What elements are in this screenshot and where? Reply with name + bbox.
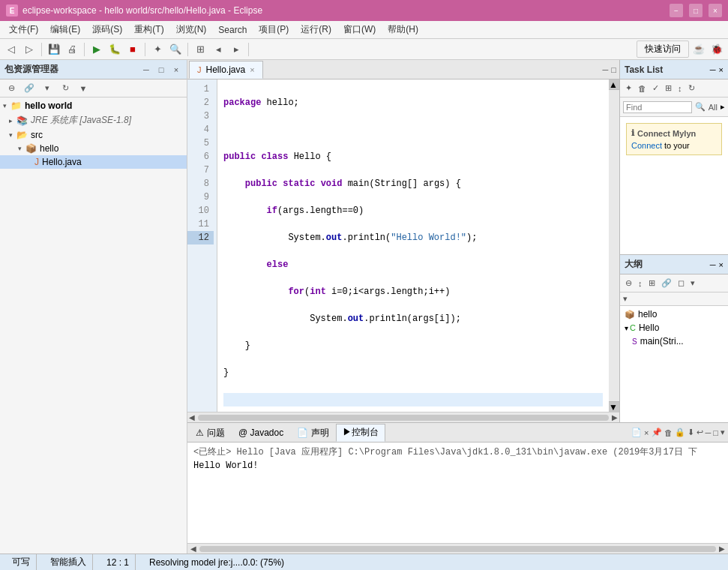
bottom-tab-problems-label: 问题	[207, 427, 225, 440]
outline-filter-icon[interactable]: ⊞	[646, 278, 658, 289]
task-filter-icon[interactable]: ⊞	[663, 82, 674, 94]
outline-item-Hello-class[interactable]: ▾ C Hello	[622, 321, 727, 334]
code-line-4: public static void main(String[] args) {	[223, 177, 603, 190]
console-scroll-end-icon[interactable]: ⬇	[688, 428, 694, 437]
tree-item-jre[interactable]: ▸ 📚 JRE 系统库 [JavaSE-1.8]	[0, 112, 187, 128]
tree-item-hello-world[interactable]: ▾ 📁 hello world	[0, 99, 187, 112]
quick-access-button[interactable]: 快速访问	[637, 40, 689, 58]
maximize-button[interactable]: □	[689, 4, 703, 17]
minimize-button[interactable]: −	[670, 4, 683, 17]
console-hscroll-right-icon[interactable]: ▶	[719, 544, 725, 553]
hscroll-track[interactable]	[198, 415, 609, 421]
sidebar-close-icon[interactable]: ×	[170, 64, 182, 76]
outline-collapse-icon[interactable]: ⊖	[623, 278, 634, 289]
tb-search-button[interactable]: 🔍	[167, 41, 184, 58]
close-button[interactable]: ×	[709, 4, 722, 17]
tree-item-hello-java[interactable]: J Hello.java	[0, 155, 187, 169]
find-input[interactable]	[623, 101, 692, 113]
scroll-track[interactable]	[609, 90, 619, 401]
editor-maximize-icon[interactable]: □	[611, 65, 616, 74]
console-new-icon[interactable]: 📄	[631, 428, 642, 437]
menu-run[interactable]: 运行(R)	[295, 22, 337, 38]
find-search-icon[interactable]: 🔍	[695, 102, 706, 112]
menu-file[interactable]: 文件(F)	[3, 22, 44, 38]
tb-debug-button[interactable]: 🐛	[106, 41, 123, 58]
bottom-tab-problems[interactable]: ⚠ 问题	[189, 424, 232, 442]
outline-close-icon[interactable]: ×	[719, 260, 724, 269]
sidebar-minimize-icon[interactable]: ─	[140, 64, 152, 76]
bottom-tab-javadoc[interactable]: @ Javadoc	[232, 424, 290, 442]
outline-expand-arrow[interactable]: ▾	[623, 294, 628, 304]
link-editor-icon[interactable]: 🔗	[21, 80, 37, 97]
scroll-up-btn[interactable]: ▲	[609, 80, 619, 90]
hscroll-left-btn[interactable]: ◀	[189, 413, 195, 422]
outline-link-icon[interactable]: 🔗	[659, 278, 674, 289]
console-close-icon[interactable]: ×	[644, 428, 649, 437]
tb-next-edit-button[interactable]: ▸	[228, 41, 244, 58]
tb-run-button[interactable]: ▶	[88, 41, 105, 58]
sidebar-maximize-icon[interactable]: □	[155, 64, 167, 76]
scroll-down-btn[interactable]: ▼	[609, 401, 619, 412]
console-hscrollbar[interactable]: ◀ ▶	[187, 543, 728, 554]
outline-sort-icon[interactable]: ↕	[636, 278, 645, 289]
editor-hscrollbar[interactable]: ◀ ▶	[187, 412, 619, 422]
code-editor[interactable]: package hello; public class Hello { publ…	[217, 80, 609, 412]
task-refresh-icon[interactable]: ↻	[686, 82, 697, 94]
task-mark-done-icon[interactable]: ✓	[650, 82, 661, 94]
outline-item-main[interactable]: S main(Stri...	[622, 334, 727, 348]
tb-forward-button[interactable]: ▷	[21, 41, 37, 58]
console-minimize-icon[interactable]: ─	[706, 428, 712, 437]
console-view-menu-icon[interactable]: ▾	[721, 428, 725, 437]
menu-search[interactable]: Search	[212, 23, 253, 37]
tb-print-button[interactable]: 🖨	[64, 41, 80, 58]
collapse-all-icon[interactable]: ⊖	[3, 80, 19, 97]
find-arrow-icon[interactable]: ▸	[721, 102, 725, 112]
outline-more-icon[interactable]: ▾	[688, 278, 697, 289]
console-scroll-lock-icon[interactable]: 🔒	[675, 428, 685, 437]
editor-scrollbar[interactable]: ▲ ▼	[609, 80, 619, 412]
tb-back-button[interactable]: ◁	[3, 41, 19, 58]
sidebar-sync-icon[interactable]: ↻	[57, 80, 73, 97]
menu-source[interactable]: 源码(S)	[86, 22, 128, 38]
outline-hide-icon[interactable]: ◻	[676, 278, 687, 289]
bottom-tab-console[interactable]: ▶控制台	[336, 424, 385, 442]
console-pin-icon[interactable]: 📌	[652, 428, 662, 437]
task-list-close-icon[interactable]: ×	[719, 65, 724, 74]
console-maximize-icon[interactable]: □	[713, 428, 718, 437]
tree-item-src[interactable]: ▾ 📂 src	[0, 128, 187, 142]
outline-minimize-icon[interactable]: ─	[710, 260, 716, 269]
task-list-title: Task List	[625, 64, 663, 75]
tb-prev-edit-button[interactable]: ◂	[210, 41, 226, 58]
tb-new-button[interactable]: ✦	[149, 41, 166, 58]
menu-edit[interactable]: 编辑(E)	[44, 22, 86, 38]
menu-window[interactable]: 窗口(W)	[337, 22, 382, 38]
sidebar-filter-icon[interactable]: ▼	[75, 80, 91, 97]
connect-mylyn-link[interactable]: Connect	[631, 141, 662, 150]
editor-minimize-icon[interactable]: ─	[603, 65, 609, 74]
sidebar-view-menu-icon[interactable]: ▾	[39, 80, 55, 97]
tb-stop-button[interactable]: ■	[124, 41, 141, 58]
editor-tab-hello-java[interactable]: J Hello.java ×	[189, 61, 263, 79]
menu-project[interactable]: 项目(P)	[253, 22, 295, 38]
task-delete-icon[interactable]: 🗑	[636, 83, 649, 94]
bottom-tab-declaration[interactable]: 📄 声明	[290, 424, 336, 442]
outline-item-hello[interactable]: 📦 hello	[622, 308, 727, 321]
tree-item-hello-package[interactable]: ▾ 📦 hello	[0, 142, 187, 155]
console-clear-icon[interactable]: 🗑	[664, 428, 673, 437]
tb-save-button[interactable]: 💾	[46, 41, 62, 58]
connect-mylyn-widget: ℹ Connect Mylyn Connect to your	[626, 123, 722, 155]
menu-help[interactable]: 帮助(H)	[382, 22, 424, 38]
tb-perspective-debug-icon[interactable]: 🐞	[709, 41, 725, 58]
task-list-minimize-icon[interactable]: ─	[710, 65, 716, 74]
console-hscroll-track[interactable]	[199, 546, 716, 552]
task-sort-icon[interactable]: ↕	[676, 83, 685, 94]
tb-perspective-java-icon[interactable]: ☕	[691, 41, 707, 58]
tb-perspective-button[interactable]: ⊞	[192, 41, 208, 58]
menu-refactor[interactable]: 重构(T)	[128, 22, 169, 38]
task-new-icon[interactable]: ✦	[623, 82, 634, 94]
console-hscroll-left-icon[interactable]: ◀	[190, 544, 196, 553]
editor-tab-close-icon[interactable]: ×	[250, 65, 254, 74]
console-word-wrap-icon[interactable]: ↩	[697, 428, 703, 437]
menu-navigate[interactable]: 浏览(N)	[170, 22, 213, 38]
hscroll-right-btn[interactable]: ▶	[612, 413, 618, 422]
